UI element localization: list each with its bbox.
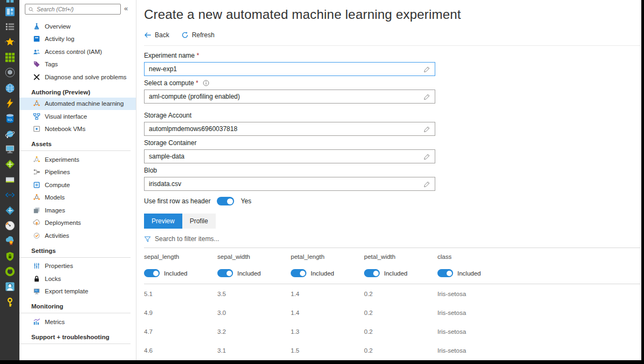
dashboard-icon[interactable]	[4, 6, 15, 17]
sidebar-item-visual-interface[interactable]: Visual interface	[19, 110, 136, 123]
sidebar-item-locks[interactable]: Locks	[19, 272, 136, 285]
table-cell: Iris-setosa	[437, 347, 641, 354]
compute-icon	[32, 181, 40, 189]
all-services-icon[interactable]	[4, 22, 15, 32]
table-row-2: 4.93.01.40.2Iris-setosa	[144, 303, 641, 322]
lock-icon	[32, 274, 40, 283]
virtual-machines-icon[interactable]	[4, 144, 15, 155]
table-cell: 1.4	[291, 291, 364, 297]
images-icon	[32, 206, 40, 214]
select-a-compute-input[interactable]: aml-compute (profiling enabled)	[144, 90, 435, 104]
monitor-gauge-icon[interactable]	[4, 220, 15, 231]
storage-accounts-icon[interactable]	[4, 174, 15, 185]
tab-preview[interactable]: Preview	[144, 214, 182, 229]
advisor-icon[interactable]	[4, 236, 15, 246]
create-resource-icon[interactable]	[4, 0, 15, 3]
tab-profile[interactable]: Profile	[182, 214, 216, 229]
back-button[interactable]: Back	[144, 31, 169, 39]
notebook-vm-icon	[32, 125, 40, 133]
first-row-header-toggle[interactable]	[217, 197, 234, 205]
sql-databases-icon[interactable]: SQL	[4, 113, 15, 124]
column-include-sepal-width: Included	[217, 269, 291, 277]
sidebar-item-activity-log[interactable]: Activity log	[19, 33, 136, 46]
cosmos-db-icon[interactable]	[4, 128, 15, 139]
include-toggle-sepal-length[interactable]	[144, 269, 160, 277]
info-icon	[203, 80, 209, 86]
table-cell: 3.2	[217, 328, 291, 335]
search-input[interactable]	[37, 6, 118, 12]
column-header-petal-length: petal_length	[291, 248, 364, 265]
table-cell: 0.2	[364, 347, 437, 354]
header-toggle-state: Yes	[241, 197, 251, 205]
table-cell: Iris-setosa	[437, 310, 641, 316]
collapse-sidebar-icon[interactable]: «	[124, 4, 128, 13]
automl-icon	[32, 100, 40, 108]
experiment-name-input[interactable]: new-exp1	[144, 62, 435, 76]
cost-management-icon[interactable]	[4, 266, 15, 277]
edit-pencil-icon[interactable]	[423, 126, 430, 133]
table-cell: 1.4	[291, 310, 364, 316]
favorites-star-icon[interactable]	[4, 37, 15, 47]
flask-icon	[32, 22, 40, 30]
svg-text:SQL: SQL	[7, 119, 12, 121]
sidebar-item-metrics[interactable]: Metrics	[19, 315, 136, 328]
header-toggle-label: Use first row as header	[144, 197, 210, 205]
column-include-sepal-length: Included	[144, 269, 217, 277]
traffic-manager-icon[interactable]	[4, 205, 15, 216]
sidebar-section-support-troubleshooting: Support + troubleshooting	[19, 328, 131, 344]
access-control-icon	[32, 47, 40, 56]
sidebar-search[interactable]	[25, 4, 121, 15]
sidebar-item-deployments[interactable]: Deployments	[19, 217, 136, 230]
sidebar-item-properties[interactable]: Properties	[19, 260, 136, 273]
help-support-icon[interactable]	[4, 281, 15, 292]
sidebar-item-notebook-vms[interactable]: Notebook VMs	[19, 123, 136, 136]
sidebar-item-compute[interactable]: Compute	[19, 178, 136, 191]
sidebar-item-export-template[interactable]: Export template	[19, 285, 136, 298]
field-storage-account: Storage Accountautomlpmdemows6960037818	[144, 112, 644, 136]
storage-account-input[interactable]: automlpmdemows6960037818	[144, 122, 435, 136]
resource-groups-icon[interactable]	[4, 67, 15, 78]
table-row-3: 4.73.21.30.2Iris-setosa	[144, 322, 641, 341]
table-cell: 5.1	[144, 291, 217, 297]
edit-pencil-icon[interactable]	[423, 153, 430, 160]
sidebar-item-activities[interactable]: Activities	[19, 229, 136, 242]
load-balancers-icon[interactable]	[4, 159, 15, 170]
refresh-button[interactable]: Refresh	[181, 31, 215, 39]
include-toggle-sepal-width[interactable]	[217, 269, 233, 277]
filter-row[interactable]: Search to filter items...	[144, 233, 644, 244]
storage-container-input[interactable]: sample-data	[144, 149, 435, 163]
experiment-name-label: Experiment name *	[144, 52, 644, 59]
sidebar-item-automated-machine-learning[interactable]: Automated machine learning	[19, 98, 136, 111]
header-toggle-row: Use first row as header Yes	[144, 197, 644, 205]
sidebar-item-models[interactable]: Models	[19, 191, 136, 204]
app-services-icon[interactable]	[4, 83, 15, 93]
key-vaults-icon[interactable]	[4, 297, 15, 307]
blob-input[interactable]: irisdata.csv	[144, 177, 435, 191]
include-toggle-petal-width[interactable]	[364, 269, 380, 277]
table-header-row: sepal_lengthsepal_widthpetal_lengthpetal…	[144, 248, 641, 265]
sidebar-item-experiments[interactable]: Experiments	[19, 153, 136, 166]
edit-pencil-icon[interactable]	[423, 66, 430, 73]
column-header-petal-width: petal_width	[364, 248, 437, 265]
virtual-networks-icon[interactable]	[4, 190, 15, 201]
azure-portal-window: SQL « OverviewActivity logAccess control…	[0, 0, 644, 364]
include-toggle-petal-length[interactable]	[291, 269, 306, 277]
sidebar-item-images[interactable]: Images	[19, 204, 136, 217]
tabs: PreviewProfile	[144, 214, 644, 229]
sidebar-item-tags[interactable]: Tags	[19, 58, 136, 71]
sidebar-item-access-control-iam[interactable]: Access control (IAM)	[19, 45, 136, 58]
security-center-icon[interactable]	[4, 251, 15, 262]
edit-pencil-icon[interactable]	[423, 93, 430, 100]
sidebar-item-overview[interactable]: Overview	[19, 20, 136, 33]
include-toggle-class[interactable]	[437, 269, 453, 277]
preview-table: sepal_lengthsepal_widthpetal_lengthpetal…	[144, 248, 641, 364]
all-resources-icon[interactable]	[4, 52, 15, 63]
edit-pencil-icon[interactable]	[423, 181, 430, 188]
sidebar-section-settings: Settings	[19, 242, 131, 258]
page-title: Create a new automated machine learning …	[144, 0, 644, 22]
function-apps-icon[interactable]	[4, 98, 15, 108]
sidebar-item-diagnose-and-solve-problems[interactable]: Diagnose and solve problems	[19, 71, 136, 84]
table-cell: 3.5	[217, 291, 291, 297]
sidebar-item-pipelines[interactable]: Pipelines	[19, 166, 136, 179]
window-bottom-border	[0, 360, 644, 364]
